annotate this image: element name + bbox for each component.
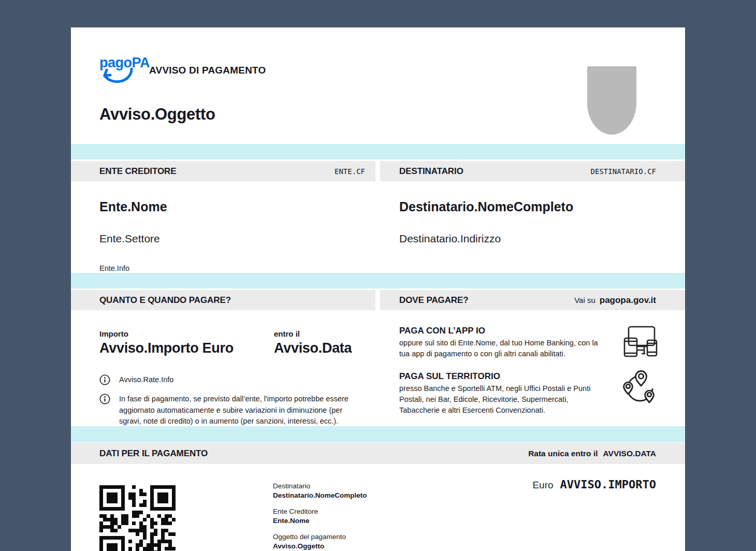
entity-logo-placeholder — [587, 66, 636, 135]
recipient-address: Destinatario.Indirizzo — [399, 233, 501, 245]
pagopa-arrow-icon — [99, 67, 135, 84]
info-icon — [99, 374, 110, 385]
due-date-value: Avviso.Data — [274, 340, 352, 356]
recipient-header-band: DESTINATARIO DESTINATARIO.CF — [380, 161, 685, 181]
how-much-header-band: QUANTO E QUANDO PAGARE? — [71, 290, 375, 310]
pay-with-app-title: PAGA CON L’APP IO — [399, 326, 600, 336]
due-date-label: entro il — [274, 329, 300, 338]
field-value: Avviso.Oggetto — [273, 542, 367, 550]
recipient-header-label: DESTINATARIO — [399, 166, 463, 177]
pagopa-logo: pagoPA — [99, 56, 139, 85]
summary-field-creditor: Ente Creditore Ente.Nome — [273, 508, 367, 525]
summary-field-object: Oggetto del pagamento Avviso.Oggetto — [273, 533, 367, 550]
pay-with-app-text: oppure sul sito di Ente.Nome, dal tuo Ho… — [399, 338, 600, 359]
creditor-sector: Ente.Settore — [99, 233, 160, 245]
divider-band — [71, 273, 685, 288]
installment-due-value: AVVISO.DATA — [603, 449, 656, 458]
creditor-info: Ente.Info — [99, 264, 129, 272]
territory-pins-icon — [621, 369, 660, 405]
pay-on-territory-block: PAGA SUL TERRITORIO presso Banche e Spor… — [399, 371, 606, 416]
field-label: Destinatario — [273, 482, 367, 490]
where-header-label: DOVE PAGARE? — [399, 295, 469, 306]
header-brand: pagoPA AVVISO DI PAGAMENTO — [99, 56, 266, 85]
field-label: Ente Creditore — [273, 508, 367, 515]
amount-value: Avviso.Importo Euro — [99, 340, 234, 356]
rate-info-text: Avviso.Rate.Info — [119, 374, 173, 386]
amount-note-row: In fase di pagamento, se previsto dall’e… — [99, 394, 373, 427]
total-amount-value: AVVISO.IMPORTO — [560, 478, 656, 491]
currency-label: Euro — [532, 480, 553, 491]
pagopa-site-link-wrap: Vai su pagopa.gov.it — [574, 295, 656, 306]
devices-icon — [623, 325, 659, 358]
screen: { "colors": { "background": "#46566a", "… — [0, 0, 756, 551]
installment-label: Rata unica entro il — [528, 449, 598, 458]
amount-label: Importo — [99, 329, 128, 338]
pay-on-territory-title: PAGA SUL TERRITORIO — [399, 371, 606, 382]
info-icon — [99, 394, 110, 404]
parties-header-row: ENTE CREDITORE ENTE.CF DESTINATARIO DEST… — [71, 161, 685, 181]
payment-data-header-band: DATI PER IL PAGAMENTO Rata unica entro i… — [71, 443, 685, 464]
summary-field-recipient: Destinatario Destinatario.NomeCompleto — [273, 482, 367, 499]
where-header-band: DOVE PAGARE? Vai su pagopa.gov.it — [380, 290, 685, 310]
pay-with-app-block: PAGA CON L’APP IO oppure sul sito di Ent… — [399, 326, 600, 359]
total-amount-line: Euro AVVISO.IMPORTO — [532, 478, 656, 491]
link-prefix-label: Vai su — [574, 296, 595, 304]
creditor-header-band: ENTE CREDITORE ENTE.CF — [71, 161, 375, 181]
payment-data-header-label: DATI PER IL PAGAMENTO — [99, 448, 208, 459]
divider-band — [71, 144, 685, 160]
installment-info: Rata unica entro il AVVISO.DATA — [528, 449, 656, 458]
how-much-header-label: QUANTO E QUANDO PAGARE? — [99, 295, 231, 306]
payment-header-row: QUANTO E QUANDO PAGARE? DOVE PAGARE? Vai… — [71, 290, 685, 310]
creditor-name: Ente.Nome — [99, 199, 167, 214]
amount-note-text: In fase di pagamento, se previsto dall’e… — [119, 394, 364, 427]
creditor-fiscal-code: ENTE.CF — [335, 167, 365, 176]
divider-band — [71, 426, 685, 442]
field-value: Ente.Nome — [273, 517, 367, 525]
payment-notice-page: pagoPA AVVISO DI PAGAMENTO Avviso.Oggett… — [71, 27, 685, 551]
pagopa-site-link[interactable]: pagopa.gov.it — [600, 295, 656, 306]
pay-on-territory-text: presso Banche e Sportelli ATM, negli Uff… — [399, 383, 602, 416]
doc-type-title: AVVISO DI PAGAMENTO — [149, 65, 266, 76]
field-value: Destinatario.NomeCompleto — [273, 491, 367, 499]
recipient-fiscal-code: DESTINATARIO.CF — [591, 167, 656, 176]
rate-info-row: Avviso.Rate.Info — [99, 374, 353, 386]
creditor-header-label: ENTE CREDITORE — [99, 166, 176, 177]
payment-summary-fields: Destinatario Destinatario.NomeCompleto E… — [273, 482, 367, 551]
qr-code — [99, 485, 176, 551]
notice-object-title: Avviso.Oggetto — [99, 105, 215, 124]
recipient-name: Destinatario.NomeCompleto — [399, 199, 573, 214]
field-label: Oggetto del pagamento — [273, 533, 367, 541]
